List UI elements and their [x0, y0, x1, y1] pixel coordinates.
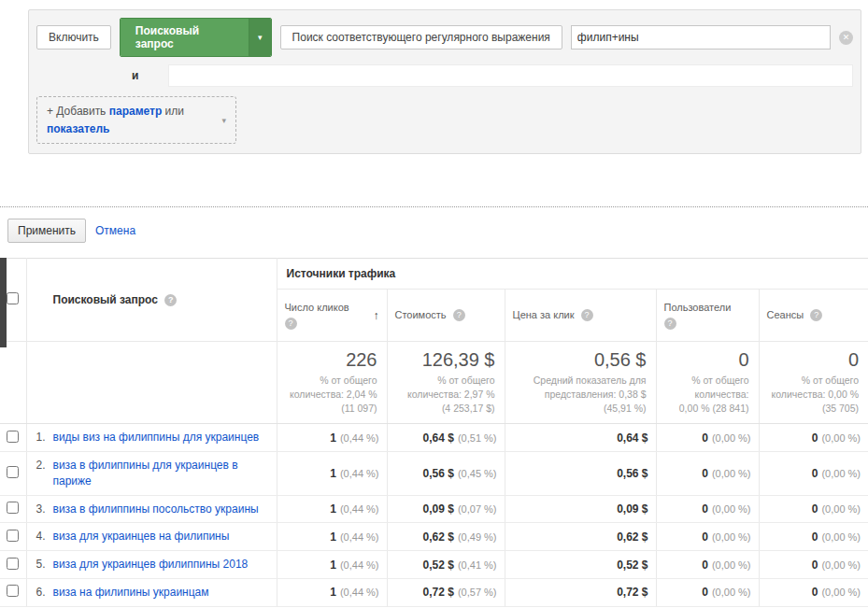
users-cell: 0(0,00 %)	[656, 424, 759, 452]
sessions-percent: (0,00 %)	[821, 559, 861, 571]
summary-users: 0 % от общего количества: 0,00 % (28 841…	[656, 342, 759, 424]
add-metric-link[interactable]: показатель	[47, 122, 109, 135]
column-header-cpc[interactable]: Цена за клик ?	[505, 290, 656, 342]
column-header-query[interactable]: Поисковый запрос ?	[26, 259, 277, 342]
column-label: Пользователи	[664, 302, 732, 313]
chevron-down-icon: ▾	[221, 116, 226, 125]
users-percent: (0,00 %)	[712, 587, 751, 598]
row-checkbox[interactable]	[7, 502, 19, 514]
dimension-dropdown[interactable]: Поисковый запрос ▾	[120, 18, 272, 57]
help-icon[interactable]: ?	[664, 318, 676, 330]
column-header-clicks[interactable]: Число кликов ? ↑	[277, 290, 387, 342]
query-cell: 5.виза для украинцев филиппины 2018	[26, 551, 277, 579]
row-checkbox[interactable]	[7, 466, 19, 478]
row-checkbox[interactable]	[7, 530, 19, 542]
summary-subtext: Средний показатель для представления: 0,…	[515, 374, 647, 415]
filter-condition-row: Включить Поисковый запрос ▾ Поиск соотве…	[29, 10, 861, 64]
help-icon[interactable]: ?	[285, 318, 297, 330]
match-type-button[interactable]: Поиск соответствующего регулярного выраж…	[280, 25, 562, 49]
row-checkbox[interactable]	[7, 558, 19, 570]
sessions-value: 0	[812, 586, 818, 599]
clicks-percent: (0,44 %)	[340, 468, 379, 479]
cost-value: 0,64 $	[423, 431, 454, 445]
query-cell: 4.виза для украинцев на филипины	[26, 523, 277, 551]
advanced-filter-panel: Включить Поисковый запрос ▾ Поиск соотве…	[28, 9, 861, 154]
summary-cpc: 0,56 $ Средний показатель для представле…	[505, 342, 656, 424]
users-percent: (0,00 %)	[712, 503, 751, 515]
row-checkbox-cell	[0, 523, 26, 551]
help-icon[interactable]: ?	[164, 294, 177, 306]
cpc-value: 0,52 $	[617, 559, 647, 572]
sessions-value: 0	[812, 502, 818, 516]
users-cell: 0(0,00 %)	[656, 551, 759, 579]
row-number: 6.	[27, 585, 53, 601]
cpc-value: 0,64 $	[617, 431, 647, 445]
sort-up-icon: ↑	[374, 309, 379, 322]
query-link[interactable]: виза в филиппины для украинцев в париже	[53, 458, 269, 489]
summary-subtext: % от общего количества: 2,97 % (4 253,17…	[397, 374, 495, 415]
row-number: 4.	[27, 529, 53, 544]
row-checkbox[interactable]	[7, 431, 19, 443]
row-checkbox-cell	[0, 451, 26, 495]
query-link[interactable]: виза для украинцев на филипины	[53, 529, 230, 544]
select-all-checkbox[interactable]	[7, 292, 19, 304]
clicks-cell: 1(0,44 %)	[277, 424, 387, 452]
column-label: Число кликов	[285, 302, 349, 313]
filter-actions-row: Применить Отмена	[7, 219, 868, 243]
cost-value: 0,56 $	[423, 467, 454, 480]
users-cell: 0(0,00 %)	[656, 578, 759, 606]
cancel-link[interactable]: Отмена	[95, 224, 135, 237]
sessions-value: 0	[812, 467, 818, 480]
metric-group-header: Источники трафика	[277, 259, 868, 290]
query-link[interactable]: виза на филипины украинцам	[53, 585, 209, 601]
column-label: Стоимость	[395, 309, 447, 320]
sessions-percent: (0,00 %)	[821, 468, 861, 479]
clear-input-icon[interactable]: ✕	[839, 31, 853, 45]
clicks-percent: (0,44 %)	[340, 559, 379, 571]
column-header-sessions[interactable]: Сеансы ?	[759, 290, 868, 342]
summary-cost: 126,39 $ % от общего количества: 2,97 % …	[387, 342, 505, 424]
sessions-cell: 0(0,00 %)	[759, 578, 868, 606]
users-value: 0	[702, 431, 708, 445]
sessions-value: 0	[812, 530, 818, 544]
empty-condition-slot[interactable]	[168, 64, 853, 87]
apply-button[interactable]: Применить	[7, 219, 86, 243]
sessions-percent: (0,00 %)	[821, 587, 861, 598]
row-checkbox[interactable]	[7, 585, 19, 597]
add-parameter-link[interactable]: параметр	[109, 105, 163, 118]
cpc-value: 0,62 $	[617, 530, 647, 544]
include-button[interactable]: Включить	[36, 25, 111, 49]
cost-value: 0,72 $	[423, 586, 454, 599]
filter-query-input[interactable]	[571, 25, 831, 49]
query-cell: 6.виза на филипины украинцам	[26, 578, 277, 606]
cpc-cell: 0,72 $	[505, 578, 656, 606]
column-header-users[interactable]: Пользователи ?	[656, 290, 759, 342]
sessions-cell: 0(0,00 %)	[759, 523, 868, 551]
query-cell: 1.виды виз на филиппины для украинцев	[26, 424, 277, 452]
users-percent: (0,00 %)	[712, 468, 751, 479]
cost-cell: 0,09 $(0,07 %)	[387, 495, 505, 523]
add-dimension-metric-button[interactable]: + Добавить параметр или показатель ▾	[36, 96, 236, 144]
summary-sessions: 0 % от общего количества: 0,00 % (35 705…	[759, 342, 868, 424]
row-number: 3.	[27, 502, 53, 517]
help-icon[interactable]: ?	[810, 309, 822, 321]
cost-cell: 0,56 $(0,45 %)	[387, 451, 505, 495]
clicks-value: 1	[330, 586, 336, 599]
sessions-percent: (0,00 %)	[821, 432, 861, 444]
cpc-value: 0,09 $	[617, 502, 647, 516]
table-row: 3.виза в филиппины посольство украины 1(…	[0, 495, 868, 523]
cost-value: 0,62 $	[423, 530, 454, 544]
help-icon[interactable]: ?	[453, 309, 465, 321]
users-cell: 0(0,00 %)	[656, 495, 759, 523]
cost-percent: (0,57 %)	[458, 587, 497, 598]
table-row: 2.виза в филиппины для украинцев в париж…	[0, 451, 868, 495]
query-link[interactable]: виза для украинцев филиппины 2018	[53, 557, 249, 573]
column-header-cost[interactable]: Стоимость ?	[387, 290, 505, 342]
report-table-wrap: Поисковый запрос ? Источники трафика Чис…	[0, 258, 868, 607]
cpc-value: 0,72 $	[617, 586, 647, 599]
help-icon[interactable]: ?	[581, 309, 593, 321]
add-dimension-metric-text: + Добавить параметр или показатель	[47, 103, 184, 137]
query-link[interactable]: виды виз на филиппины для украинцев	[53, 430, 260, 445]
cost-cell: 0,72 $(0,57 %)	[387, 578, 505, 606]
query-link[interactable]: виза в филиппины посольство украины	[53, 502, 259, 517]
